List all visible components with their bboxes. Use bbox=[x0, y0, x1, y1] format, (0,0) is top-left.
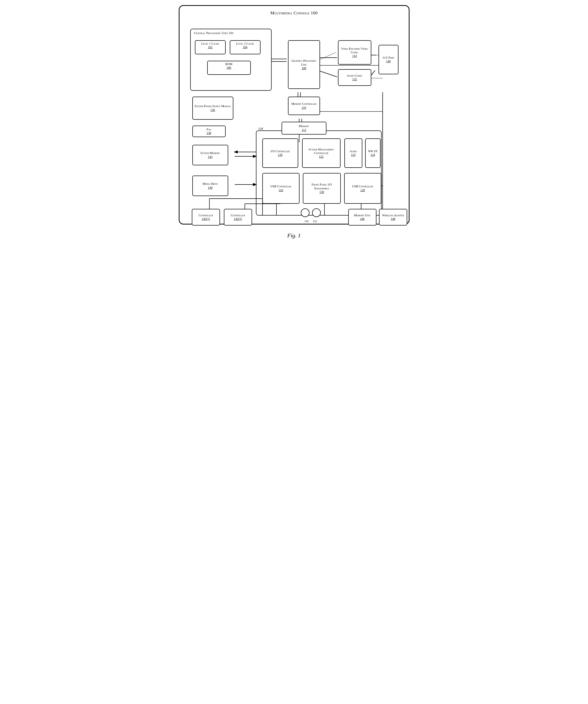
usb-126-box: USB Controller 126 bbox=[262, 173, 300, 204]
sys-mgmt-label: System Management Controller bbox=[304, 148, 338, 155]
circle-152-label: 152 bbox=[313, 220, 317, 223]
circle-150-label: 150 bbox=[304, 220, 309, 223]
level2-cache-label: Level 2 Cache bbox=[232, 42, 259, 45]
circles-group: 150 152 bbox=[301, 209, 321, 223]
level2-cache-box: Level 2 Cache 104 bbox=[230, 40, 261, 54]
media-drive-label: Media Drive bbox=[202, 182, 218, 185]
svg-line-13 bbox=[318, 53, 336, 60]
audio-codec-box: Audio Codec 132 bbox=[338, 69, 371, 86]
video-encoder-num: 114 bbox=[352, 54, 357, 58]
diagram-container: Multimedia Console 100 118 118 bbox=[179, 5, 410, 225]
memory-unit-label: Memory Unit bbox=[354, 214, 370, 217]
sys-mgmt-num: 122 bbox=[319, 155, 324, 159]
controller-2-label: Controller bbox=[231, 214, 245, 217]
usb-126-num: 126 bbox=[278, 188, 283, 192]
sys-power-label: System Power Supply Module bbox=[195, 104, 231, 108]
wireless-adapter-box: Wireless Adapter 148 bbox=[379, 209, 407, 226]
level1-cache-label: Level 1 Cache bbox=[197, 42, 224, 45]
fan-num: 138 bbox=[207, 131, 211, 135]
nw-if-label: NW I/F bbox=[368, 150, 377, 153]
audio-123-box: Audio 123 bbox=[344, 138, 362, 168]
controller-2-num: 142(2) bbox=[234, 217, 242, 221]
video-encoder-box: Video Encoder/ Video Codec 114 bbox=[338, 40, 371, 65]
page: Multimedia Console 100 118 118 bbox=[179, 5, 410, 239]
controller-1-label: Controller bbox=[199, 214, 213, 217]
front-panel-num: 130 bbox=[320, 190, 324, 194]
fan-label: Fan bbox=[206, 128, 211, 131]
av-port-label: A/V Port bbox=[383, 56, 394, 59]
memory-controller-num: 110 bbox=[302, 106, 306, 110]
sys-mgmt-box: System Management Controller 122 bbox=[302, 138, 340, 168]
audio-codec-num: 132 bbox=[352, 77, 357, 81]
rom-num: 106 bbox=[209, 66, 249, 70]
usb-128-label: USB Controller bbox=[352, 184, 373, 188]
circle-150 bbox=[301, 209, 310, 217]
gpu-box: Graphics Processing Unit 108 bbox=[288, 40, 320, 89]
usb-128-num: 128 bbox=[360, 188, 365, 192]
fig-caption: Fig. 1 bbox=[179, 232, 410, 239]
sys-memory-label: System Memory bbox=[201, 151, 220, 155]
controller-1-num: 142(1) bbox=[202, 217, 210, 221]
memory-unit-box: Memory Unit 146 bbox=[348, 209, 376, 226]
svg-line-7 bbox=[318, 70, 337, 77]
level1-cache-box: Level 1 Cache 102 bbox=[195, 40, 226, 54]
svg-text:118: 118 bbox=[258, 127, 263, 130]
nw-if-num: 124 bbox=[371, 153, 375, 157]
av-port-num: 140 bbox=[386, 59, 391, 63]
sys-power-box: System Power Supply Module 136 bbox=[192, 97, 233, 120]
memory-box: Memory 112 bbox=[281, 122, 326, 134]
rom-label: ROM bbox=[209, 62, 249, 66]
audio-123-num: 123 bbox=[351, 153, 356, 157]
memory-unit-num: 146 bbox=[360, 217, 365, 221]
circle-152 bbox=[312, 209, 321, 217]
gpu-num: 108 bbox=[302, 66, 306, 70]
rom-box: ROM 106 bbox=[207, 61, 251, 75]
level2-cache-num: 104 bbox=[232, 45, 259, 49]
io-controller-box: I/O Controller 120 bbox=[262, 138, 298, 168]
nw-if-box: NW I/F 124 bbox=[365, 138, 381, 168]
memory-num: 112 bbox=[302, 128, 306, 132]
media-drive-box: Media Drive 144 bbox=[192, 176, 228, 196]
io-controller-num: 120 bbox=[278, 153, 282, 157]
media-drive-num: 144 bbox=[208, 186, 213, 190]
svg-text:118: 118 bbox=[258, 127, 263, 130]
sys-memory-num: 143 bbox=[208, 155, 213, 159]
front-panel-label: Front Panel I/O Subassembly bbox=[305, 183, 339, 190]
controller-2-box: Controller 142(2) bbox=[224, 209, 252, 226]
diagram-inner: 118 118 bbox=[184, 19, 404, 219]
sys-memory-box: System Memory 143 bbox=[192, 145, 228, 165]
usb-128-box: USB Controller 128 bbox=[344, 173, 381, 204]
av-port-box: A/V Port 140 bbox=[378, 45, 398, 74]
memory-controller-box: Memory Controller 110 bbox=[288, 97, 320, 115]
video-encoder-label: Video Encoder/ Video Codec bbox=[340, 47, 369, 54]
svg-rect-0 bbox=[190, 29, 271, 91]
memory-label: Memory bbox=[299, 124, 309, 128]
io-controller-label: I/O Controller bbox=[271, 150, 290, 153]
level1-cache-num: 102 bbox=[197, 45, 224, 49]
front-panel-box: Front Panel I/O Subassembly 130 bbox=[303, 173, 341, 204]
audio-codec-label: Audio Codec bbox=[347, 74, 362, 77]
controller-1-box: Controller 142(1) bbox=[192, 209, 220, 226]
gpu-label: Graphics Processing Unit bbox=[290, 59, 318, 66]
main-title: Multimedia Console 100 bbox=[184, 10, 404, 16]
wireless-adapter-num: 148 bbox=[391, 217, 395, 221]
fan-box: Fan 138 bbox=[192, 126, 226, 137]
title-text: Multimedia Console 100 bbox=[270, 10, 317, 15]
usb-126-label: USB Controller bbox=[270, 184, 291, 188]
audio-123-label: Audio bbox=[350, 150, 357, 153]
wireless-adapter-label: Wireless Adapter bbox=[382, 214, 404, 217]
sys-power-num: 136 bbox=[211, 108, 215, 112]
memory-controller-label: Memory Controller bbox=[291, 102, 316, 106]
cpu-group-label: Central Processing Unit 101 bbox=[193, 31, 235, 35]
